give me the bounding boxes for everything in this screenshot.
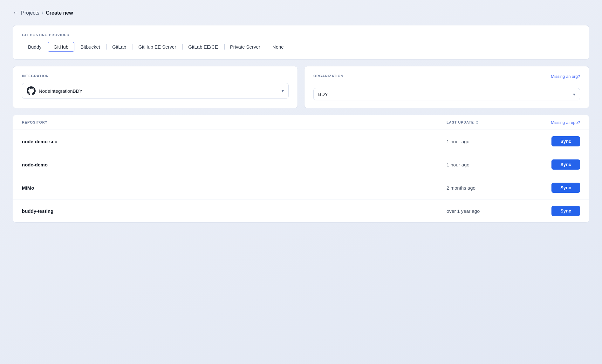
repository-card: REPOSITORY LAST UPDATE Missing a repo? n…: [13, 115, 589, 223]
provider-private-server[interactable]: Private Server: [224, 42, 266, 52]
last-update-label: LAST UPDATE: [447, 120, 474, 124]
github-icon: [27, 86, 36, 95]
provider-bitbucket-label: Bitbucket: [80, 44, 100, 50]
sync-button[interactable]: Sync: [551, 183, 580, 193]
repo-time: 1 hour ago: [447, 139, 529, 144]
missing-org-link[interactable]: Missing an org?: [551, 74, 580, 79]
org-header: ORGANIZATION Missing an org?: [313, 74, 580, 83]
provider-none-label: None: [272, 44, 284, 50]
sync-button[interactable]: Sync: [551, 136, 580, 146]
repo-name: node-demo-seo: [22, 139, 447, 144]
provider-github[interactable]: GitHub: [48, 42, 75, 52]
provider-gitlab-eece-label: GitLab EE/CE: [188, 44, 218, 50]
sync-col: Sync: [529, 159, 580, 170]
provider-buddy[interactable]: Buddy: [22, 42, 48, 52]
repo-time: 1 hour ago: [447, 162, 529, 167]
breadcrumb-projects[interactable]: Projects: [21, 10, 39, 16]
organization-selected: BDY: [318, 91, 328, 97]
breadcrumb-separator: /: [42, 10, 43, 16]
provider-bitbucket[interactable]: Bitbucket: [74, 42, 106, 52]
sync-button[interactable]: Sync: [551, 159, 580, 170]
integration-org-row: INTEGRATION NodeIntegrationBDY ▾ ORGANIZ…: [13, 66, 589, 108]
provider-private-server-label: Private Server: [230, 44, 260, 50]
table-row: node-demo-seo 1 hour ago Sync: [13, 130, 589, 153]
sync-col: Sync: [529, 136, 580, 146]
sync-col: Sync: [529, 206, 580, 216]
provider-gitlab-label: GitLab: [112, 44, 126, 50]
provider-list: Buddy GitHub Bitbucket GitLab GitHub EE …: [22, 42, 580, 52]
back-button[interactable]: ←: [13, 10, 18, 16]
integration-arrow: ▾: [282, 88, 284, 93]
breadcrumb-current: Create new: [46, 10, 73, 16]
integration-label: INTEGRATION: [22, 74, 289, 78]
provider-github-label: GitHub: [54, 44, 69, 50]
repo-time: over 1 year ago: [447, 208, 529, 214]
provider-gitlab[interactable]: GitLab: [106, 42, 132, 52]
integration-dropdown[interactable]: NodeIntegrationBDY ▾: [22, 83, 289, 99]
repo-name: node-demo: [22, 162, 447, 167]
missing-repo-link[interactable]: Missing a repo?: [551, 120, 580, 125]
provider-github-ee-label: GitHub EE Server: [138, 44, 176, 50]
git-hosting-card: GIT HOSTING PROVIDER Buddy GitHub Bitbuc…: [13, 25, 589, 60]
integration-card: INTEGRATION NodeIntegrationBDY ▾: [13, 66, 298, 108]
provider-github-ee[interactable]: GitHub EE Server: [132, 42, 182, 52]
integration-selected: NodeIntegrationBDY: [39, 88, 83, 94]
repo-name: buddy-testing: [22, 208, 447, 214]
sort-icon[interactable]: [476, 121, 478, 124]
missing-repo-col: Missing a repo?: [529, 119, 580, 125]
git-hosting-label: GIT HOSTING PROVIDER: [22, 33, 580, 37]
organization-card: ORGANIZATION Missing an org? BDY ▾: [304, 66, 589, 108]
organization-arrow: ▾: [573, 92, 575, 97]
repo-time: 2 months ago: [447, 185, 529, 191]
organization-label: ORGANIZATION: [313, 74, 344, 78]
repo-table-header: REPOSITORY LAST UPDATE Missing a repo?: [13, 115, 589, 130]
col-last-update: LAST UPDATE: [447, 120, 529, 124]
repo-name: MiMo: [22, 185, 447, 191]
col-repository-label: REPOSITORY: [22, 120, 447, 124]
page-wrapper: ← Projects / Create new GIT HOSTING PROV…: [0, 0, 602, 364]
table-row: node-demo 1 hour ago Sync: [13, 153, 589, 176]
table-row: buddy-testing over 1 year ago Sync: [13, 199, 589, 222]
breadcrumb: ← Projects / Create new: [13, 10, 589, 16]
sync-button[interactable]: Sync: [551, 206, 580, 216]
provider-buddy-label: Buddy: [28, 44, 42, 50]
table-row: MiMo 2 months ago Sync: [13, 176, 589, 199]
provider-gitlab-eece[interactable]: GitLab EE/CE: [182, 42, 224, 52]
sync-col: Sync: [529, 183, 580, 193]
organization-dropdown[interactable]: BDY ▾: [313, 88, 580, 100]
provider-none[interactable]: None: [266, 42, 290, 52]
